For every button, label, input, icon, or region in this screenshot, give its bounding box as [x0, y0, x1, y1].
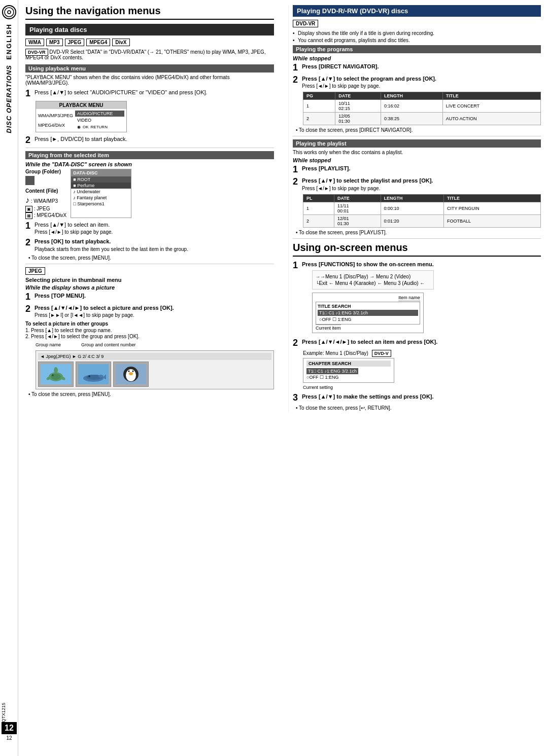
chapter-row-2: ○OFF ☐ 1:ENG: [306, 375, 391, 380]
playback-menu-diagram: PLAYBACK MENU WMA/MP3/JPEG MPEG4/DivX AU…: [36, 101, 127, 132]
programs-step-2: 2 Press [▲/▼] to select the program and …: [293, 75, 541, 89]
dvd-bullet-1: Display shows the title only if a title …: [293, 30, 541, 36]
data-disc-close-note: • To close the screen, press [MENU].: [25, 255, 274, 261]
data-disc-step-2-text: Press [OK] to start playback.: [35, 238, 111, 244]
svg-point-1: [8, 11, 11, 14]
disc-operations-label: DISC OPERATIONS: [5, 65, 13, 133]
menu-flow-2: └Exit ← Menu 4 (Karaoke) ← Menu 3 (Audio…: [316, 280, 430, 286]
thumb-2: [76, 362, 111, 387]
onscreen-menu-box: Item name TITLE SEARCH T1□ C1 ♪1:ENG 3/2…: [312, 293, 424, 333]
right-column: Playing DVD-R/-RW (DVD-VR) discs DVD-VR …: [288, 5, 541, 412]
page-number-area: 12 12: [0, 722, 18, 741]
mpeg-label: MPEG4/DivX: [38, 123, 73, 128]
data-disc-left: Group (Folder) Content (File) ♪ : WMA/MP…: [25, 169, 66, 218]
svg-point-20: [132, 371, 134, 372]
other-groups-2: 2. Press [◄/►] to select the group and p…: [25, 334, 274, 339]
playlist-step-2-text: Press [▲/▼] to select the playlist and p…: [302, 177, 433, 184]
pg-header: PG: [303, 92, 335, 100]
ok-return-row: ◉ OK RETURN: [75, 124, 124, 130]
wma-tag: WMA: [25, 39, 44, 46]
folder-icon: [25, 176, 35, 185]
onscreen-step-1-text: Press [FUNCTIONS] to show the on-screen …: [302, 261, 434, 267]
playlist-close-note: • To close the screen, press [PLAYLIST].: [293, 230, 541, 235]
table-row: 2 12/0101:30 0:01:20 FOOTBALL: [303, 214, 541, 227]
audio-menu-item[interactable]: AUDIO/PICTURE: [75, 111, 124, 117]
chapter-search-header: CHAPTER SEARCH: [306, 361, 391, 367]
jpeg-tag: JPEG: [25, 267, 45, 275]
wma-mp3-label: ♪ : WMA/MP3: [25, 196, 66, 205]
onscreen-step-3-text: Press [▲/▼] to make the settings and pre…: [302, 393, 434, 401]
page-title: Using the navigation menus: [25, 5, 274, 20]
playlist-step-1-text: Press [PLAYLIST].: [302, 165, 351, 172]
left-column: Using the navigation menus Playing data …: [25, 5, 278, 412]
data-disc-step-2: 2 Press [OK] to start playback. Playback…: [25, 238, 274, 251]
pl-header: PL: [303, 194, 334, 202]
length-header: LENGTH: [381, 92, 443, 100]
disc-icon: [2, 5, 16, 19]
wma-label: WMA/MP3/JPEG: [38, 113, 73, 118]
format-tags: WMA MP3 JPEG MPEG4 DivX: [25, 39, 274, 46]
programs-step-1-text: Press [DIRECT NAVIGATOR].: [302, 63, 379, 70]
off-eng-row: ○OFF ☐ 1:ENG: [318, 316, 418, 322]
group-label: Group (Folder): [25, 169, 66, 174]
programs-while-stopped: While stopped: [293, 55, 541, 61]
title-header: TITLE: [442, 92, 540, 100]
data-disc-container: Group (Folder) Content (File) ♪ : WMA/MP…: [25, 169, 274, 218]
onscreen-close-note: • To close the screen, press [↩, RETURN]…: [293, 405, 541, 411]
thumb-header: ◄ Jpeg(JPEG) ► G 2/ 4:C 3/ 9: [38, 353, 271, 360]
jpeg-icon-label: ▣ : JPEG: [25, 206, 66, 211]
date-header: DATE: [335, 92, 381, 100]
english-label: ENGLISH: [5, 23, 13, 60]
programs-table: PG DATE LENGTH TITLE 1 10/1102:15 0:16:0…: [303, 92, 541, 125]
title-search-row: TITLE SEARCH: [318, 304, 418, 309]
playlist-step-2: 2 Press [▲/▼] to select the playlist and…: [293, 177, 541, 191]
programs-step-2-text: Press [▲/▼] to select the program and pr…: [302, 76, 436, 82]
thumb-images: [38, 362, 271, 387]
pl-length-header: LENGTH: [381, 194, 443, 202]
pl-date-header: DATE: [334, 194, 381, 202]
root-item: ■ ROOT: [71, 176, 131, 183]
mpeg4-tag: MPEG4: [86, 39, 110, 46]
jpeg-step-2: 2 Press [▲/▼/◄/►] to select a picture an…: [25, 304, 274, 318]
side-label: ENGLISH DISC OPERATIONS RQTX1215 12 12: [0, 0, 18, 756]
current-setting-label: Current setting: [303, 385, 541, 390]
onscreen-step-3: 3 Press [▲/▼] to make the settings and p…: [293, 393, 541, 402]
playing-data-discs-header: Playing data discs: [25, 24, 274, 35]
thumb-3: [113, 362, 149, 387]
perfume-item: ■ Perfume: [71, 183, 131, 189]
fantasy-planet-item: ♪ Fantasy planet: [71, 195, 131, 201]
data-disc-step-1-text: Press [▲/▼] to select an item.: [35, 222, 110, 228]
video-menu-item[interactable]: VIDEO: [75, 117, 124, 123]
divx-tag: DivX: [112, 39, 129, 46]
programs-step-1: 1 Press [DIRECT NAVIGATOR].: [293, 63, 541, 72]
dvd-vr-data-note: DVD-VR DVD-VR Select "DATA" in "DVD-VR/D…: [25, 49, 274, 60]
thumb-1: [38, 362, 74, 387]
playlist-table: PL DATE LENGTH TITLE 1 11/1100:01 0:00:1…: [303, 194, 541, 228]
chapter-search-box: CHAPTER SEARCH T1□ C1 ♪1:ENG 3/2.1ch ○OF…: [303, 358, 394, 383]
jpeg-close-note: • To close the screen, press [MENU].: [25, 391, 274, 397]
pl-title-header: TITLE: [443, 194, 540, 202]
svg-point-13: [88, 375, 90, 377]
playback-step-1-text: Press [▲/▼] to select "AUDIO/PICTURE" or…: [35, 89, 208, 96]
jpeg-step-1: 1 Press [TOP MENU].: [25, 292, 274, 301]
main-content: Using the navigation menus Playing data …: [18, 0, 548, 756]
playing-playlist-header: Playing the playlist: [293, 139, 541, 148]
data-disc-header: DATA-DISC: [71, 169, 131, 176]
onscreen-step-2: 2 Press [▲/▼/◄/►] to select an item and …: [293, 338, 541, 347]
example-label: Example: Menu 1 (Disc/Play) DVD-V: [303, 350, 541, 356]
data-disc-step-2-sub: Playback starts from the item you select…: [35, 246, 188, 252]
playing-programs-header: Playing the programs: [293, 45, 541, 53]
menu-diagram-header: PLAYBACK MENU: [36, 101, 126, 109]
dvd-vr-section: DVD-VR Display shows the title only if a…: [293, 20, 541, 43]
playback-step-1: 1 Press [▲/▼] to select "AUDIO/PICTURE" …: [25, 89, 274, 98]
mp3-tag: MP3: [46, 39, 63, 46]
while-shown-text: While the "DATA-DISC" screen is shown: [25, 161, 274, 167]
t1-c1-row: T1□ C1 ♪1:ENG 3/2.1ch: [318, 310, 418, 316]
table-row: 1 10/1102:15 0:16:02 LIVE CONCERT: [303, 100, 541, 113]
chapter-row-1: T1□ C1 ♪1:ENG 3/2.1ch: [306, 368, 391, 374]
item-name-label: Item name: [316, 295, 420, 300]
svg-point-12: [98, 375, 104, 378]
selecting-thumbnail-header: Selecting picture in thumbnail menu: [25, 277, 274, 283]
programs-step-2-sub: Press [◄/►] to skip page by page.: [302, 83, 380, 89]
using-playback-menu-header: Using playback menu: [25, 64, 274, 73]
